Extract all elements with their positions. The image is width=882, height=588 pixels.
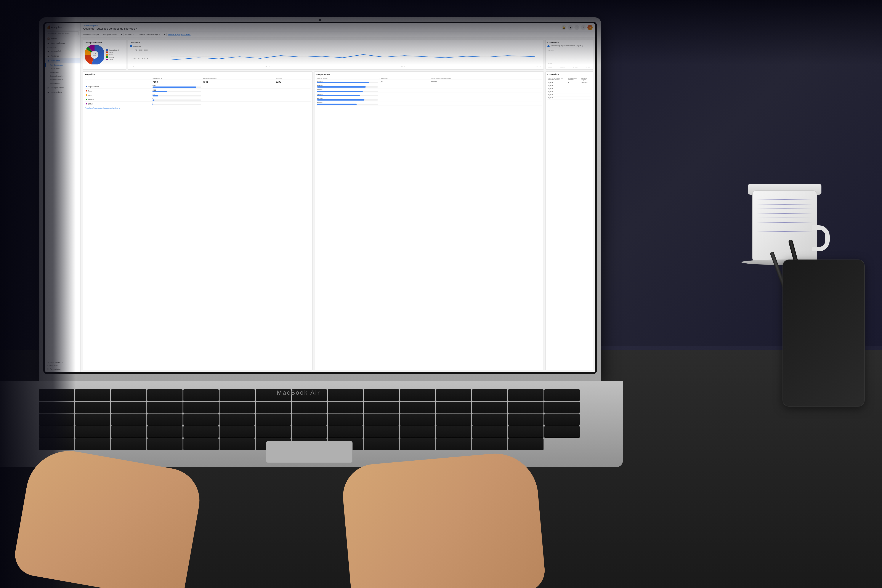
top-shadow-overlay [0, 0, 882, 65]
key[interactable] [147, 438, 183, 450]
key[interactable] [400, 389, 435, 401]
col-rebond[interactable]: Taux de rebond [316, 77, 379, 80]
key[interactable] [219, 426, 255, 438]
key[interactable] [183, 426, 219, 438]
key[interactable] [292, 414, 327, 425]
key[interactable] [436, 438, 471, 450]
beh-bar-fill-1 [317, 82, 369, 83]
users-4: 97 [152, 98, 202, 102]
col-conv-val[interactable]: Valeur de l'objectif 1 [580, 77, 591, 81]
key[interactable] [111, 426, 146, 438]
key[interactable] [472, 426, 507, 438]
key[interactable] [508, 402, 543, 413]
key[interactable] [364, 389, 399, 401]
key[interactable] [400, 426, 435, 438]
key[interactable] [472, 414, 507, 425]
key[interactable] [75, 414, 110, 425]
col-pages[interactable]: Pages/sess. [379, 77, 430, 80]
key[interactable] [111, 414, 146, 425]
key[interactable] [400, 414, 435, 425]
show-all-link[interactable]: Pour afficher l'ensemble des 5 canaux, v… [85, 107, 310, 109]
key[interactable] [436, 389, 471, 401]
key[interactable] [328, 402, 363, 413]
col-users[interactable]: Utilisateurs ▲ [152, 77, 202, 80]
key[interactable] [183, 438, 219, 450]
key[interactable] [436, 402, 471, 413]
main-content: Tous les comptes > Copie de Toutes les d… [81, 23, 595, 372]
duree-4 [430, 93, 542, 97]
key[interactable] [436, 414, 471, 425]
key[interactable] [508, 414, 543, 425]
key[interactable] [256, 402, 291, 413]
key[interactable] [508, 389, 543, 401]
key[interactable] [75, 402, 110, 413]
key[interactable] [111, 438, 146, 450]
key[interactable] [328, 426, 363, 438]
key[interactable] [219, 402, 255, 413]
key[interactable] [508, 426, 543, 438]
key[interactable] [472, 438, 507, 450]
key[interactable] [111, 389, 146, 401]
col-conv-rate[interactable]: Taux de conversion des sessions Objectif… [548, 77, 567, 81]
key[interactable] [472, 402, 507, 413]
key[interactable] [436, 426, 471, 438]
conv-rate-1: 0,00 % [548, 81, 567, 84]
conv-date-1: 3 août [548, 66, 552, 68]
key[interactable] [400, 438, 435, 450]
key[interactable] [508, 438, 543, 450]
key[interactable] [292, 426, 327, 438]
source-5: (Other) [85, 102, 152, 106]
col-new-users[interactable]: Nouveaux utilisateurs [202, 77, 275, 80]
touchpad[interactable] [266, 441, 352, 463]
key[interactable] [219, 438, 255, 450]
screen: Analytics 🏠 Accueil ▶ Personnali [45, 23, 595, 372]
bar-social [153, 91, 201, 92]
key[interactable] [183, 389, 219, 401]
key[interactable] [544, 414, 580, 425]
key[interactable] [219, 389, 255, 401]
key[interactable] [364, 438, 399, 450]
bar-fill-5 [153, 104, 153, 105]
key[interactable] [292, 402, 327, 413]
key[interactable] [147, 402, 183, 413]
key[interactable] [75, 438, 110, 450]
conv-row-5: 0,00 % [548, 93, 591, 96]
users-5: 3 [152, 102, 202, 106]
key[interactable] [364, 402, 399, 413]
key[interactable] [400, 402, 435, 413]
key[interactable] [75, 426, 110, 438]
key[interactable] [544, 402, 580, 413]
pages-6 [379, 101, 430, 106]
acquisition-panel-title: Acquisition [85, 73, 310, 75]
pages-3 [379, 88, 430, 93]
col-duree[interactable]: Durée moyenne des sessions [430, 77, 542, 80]
key[interactable] [111, 402, 146, 413]
dot-organic [86, 86, 87, 87]
key[interactable] [147, 426, 183, 438]
col-source[interactable] [85, 77, 152, 80]
macbook-label-text: MacBook Air [277, 389, 320, 396]
key[interactable] [544, 389, 580, 401]
beh-bar-track-1 [317, 82, 378, 83]
key[interactable] [256, 426, 291, 438]
key[interactable] [147, 389, 183, 401]
key[interactable] [75, 389, 110, 401]
key[interactable] [256, 414, 291, 425]
col-sessions[interactable]: Sessions [275, 77, 310, 80]
key[interactable] [183, 414, 219, 425]
bar-fill-1 [153, 87, 196, 88]
key[interactable] [544, 426, 580, 438]
key[interactable] [328, 389, 363, 401]
col-conv-real[interactable]: Réalisation de l'objectif 1 [567, 77, 580, 81]
key[interactable] [364, 426, 399, 438]
total-users: 7168 [152, 80, 202, 84]
conv-val-1: 0,00 $US [580, 81, 591, 84]
key[interactable] [328, 414, 363, 425]
key[interactable] [183, 402, 219, 413]
key[interactable] [472, 389, 507, 401]
key[interactable] [219, 414, 255, 425]
key[interactable] [147, 414, 183, 425]
mug-stripe-1 [757, 200, 812, 200]
bar-track-5 [153, 104, 201, 105]
key[interactable] [364, 414, 399, 425]
